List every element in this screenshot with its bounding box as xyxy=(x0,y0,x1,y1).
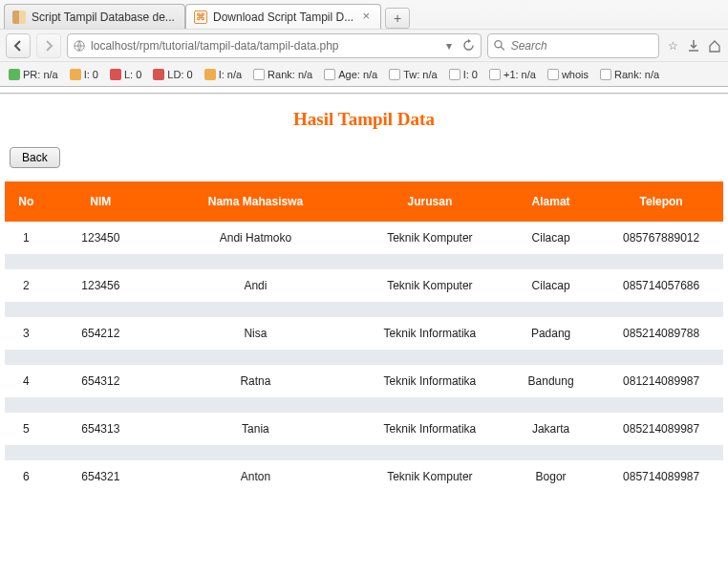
col-nama: Nama Mahasiswa xyxy=(154,181,357,222)
download-icon[interactable] xyxy=(686,38,701,53)
nav-toolbar: ▾ ☆ xyxy=(0,29,728,61)
table-row: 5654313TaniaTeknik InformatikaJakarta085… xyxy=(5,413,723,445)
bookmark-item[interactable]: Tw: n/a xyxy=(386,67,439,82)
bookmark-label: Rank: n/a xyxy=(268,69,312,80)
bookmark-item[interactable]: Age: n/a xyxy=(321,67,380,82)
back-nav-button[interactable] xyxy=(6,33,31,58)
reload-icon[interactable] xyxy=(461,38,475,53)
search-bar[interactable] xyxy=(487,33,659,58)
tab-1[interactable]: ⌘ Download Script Tampil D... × xyxy=(185,4,381,29)
cell-nim: 654313 xyxy=(48,413,154,445)
bookmark-item[interactable]: L: 0 xyxy=(107,67,144,82)
bookmark-icon xyxy=(600,69,611,80)
cell-telepon: 085214089987 xyxy=(599,413,723,445)
cell-no: 1 xyxy=(5,222,48,254)
book-icon xyxy=(12,11,26,24)
cell-no: 2 xyxy=(5,269,48,302)
bookmark-item[interactable]: I: 0 xyxy=(67,67,101,82)
bookmark-label: Age: n/a xyxy=(338,69,377,80)
cell-nama: Andi Hatmoko xyxy=(154,222,357,254)
cell-no: 6 xyxy=(5,460,48,493)
bookmark-label: I: 0 xyxy=(463,69,478,80)
bookmark-label: whois xyxy=(562,69,589,80)
table-row: 2123456AndiTeknik KomputerCilacap0857140… xyxy=(5,269,723,302)
row-gap xyxy=(5,397,723,413)
cell-jurusan: Teknik Informatika xyxy=(357,365,503,397)
new-tab-button[interactable]: + xyxy=(385,8,410,29)
cell-jurusan: Teknik Komputer xyxy=(357,222,503,254)
xampp-icon: ⌘ xyxy=(194,11,207,24)
col-alamat: Alamat xyxy=(503,181,599,222)
home-icon[interactable] xyxy=(707,38,722,53)
col-no: No xyxy=(5,181,48,222)
row-gap xyxy=(5,350,723,365)
row-gap xyxy=(5,445,723,460)
bookmark-icon xyxy=(9,69,20,80)
bookmark-item[interactable]: +1: n/a xyxy=(486,67,539,82)
table-body: 1123450Andi HatmokoTeknik KomputerCilaca… xyxy=(5,222,723,493)
cell-nim: 654212 xyxy=(48,317,154,350)
bookmark-icon xyxy=(547,69,559,80)
cell-telepon: 085714057686 xyxy=(599,269,723,302)
col-nim: NIM xyxy=(48,181,154,222)
browser-chrome: Script Tampil Database de... ⌘ Download … xyxy=(0,0,728,87)
bookmark-icon xyxy=(253,69,265,80)
bookmark-icon xyxy=(449,69,460,80)
bookmark-icon xyxy=(389,69,400,80)
bookmark-item[interactable]: LD: 0 xyxy=(150,67,195,82)
bookmark-item[interactable]: Rank: n/a xyxy=(597,67,662,82)
tab-0[interactable]: Script Tampil Database de... xyxy=(4,4,185,29)
cell-nama: Tania xyxy=(154,413,357,445)
bookmark-item[interactable]: I: n/a xyxy=(202,67,245,82)
bookmark-label: L: 0 xyxy=(124,69,141,80)
back-button[interactable]: Back xyxy=(10,147,60,168)
dropdown-icon[interactable]: ▾ xyxy=(442,38,456,53)
cell-nama: Ratna xyxy=(154,365,357,397)
col-jurusan: Jurusan xyxy=(357,181,503,222)
url-bar[interactable]: ▾ xyxy=(67,33,482,58)
arrow-right-icon xyxy=(43,40,54,52)
cell-alamat: Bogor xyxy=(503,460,599,493)
tab-strip: Script Tampil Database de... ⌘ Download … xyxy=(0,0,728,29)
svg-point-1 xyxy=(495,41,502,48)
bookmark-item[interactable]: whois xyxy=(545,67,591,82)
cell-telepon: 085767889012 xyxy=(599,222,723,254)
cell-alamat: Bandung xyxy=(503,365,599,397)
row-gap xyxy=(5,302,723,317)
cell-nama: Andi xyxy=(154,269,357,302)
cell-telepon: 085214089788 xyxy=(599,317,723,350)
bookmark-label: Rank: n/a xyxy=(614,69,659,80)
cell-nim: 654321 xyxy=(48,460,154,493)
cell-alamat: Jakarta xyxy=(503,413,599,445)
bookmark-item[interactable]: I: 0 xyxy=(446,67,481,82)
bookmark-item[interactable]: PR: n/a xyxy=(6,67,61,82)
globe-icon xyxy=(74,39,85,53)
bookmark-icon xyxy=(204,69,216,80)
cell-no: 5 xyxy=(5,413,48,445)
cell-alamat: Cilacap xyxy=(503,269,599,302)
bookmark-item[interactable]: Rank: n/a xyxy=(250,67,315,82)
data-table: No NIM Nama Mahasiswa Jurusan Alamat Tel… xyxy=(5,181,723,493)
bookmark-label: LD: 0 xyxy=(167,69,192,80)
close-icon[interactable]: × xyxy=(359,11,373,24)
page-heading: Hasil Tampil Data xyxy=(0,109,728,130)
bookmark-label: +1: n/a xyxy=(503,69,536,80)
row-gap xyxy=(5,254,723,269)
cell-alamat: Padang xyxy=(503,317,599,350)
table-header: No NIM Nama Mahasiswa Jurusan Alamat Tel… xyxy=(5,181,723,222)
bookmark-icon xyxy=(153,69,164,80)
star-icon[interactable]: ☆ xyxy=(665,38,680,53)
tab-title: Download Script Tampil D... xyxy=(213,11,353,24)
cell-jurusan: Teknik Informatika xyxy=(357,317,503,350)
cell-nim: 123456 xyxy=(48,269,154,302)
cell-no: 3 xyxy=(5,317,48,350)
tab-title: Script Tampil Database de... xyxy=(32,11,177,24)
cell-alamat: Cilacap xyxy=(503,222,599,254)
forward-nav-button[interactable] xyxy=(36,33,61,58)
bookmark-label: PR: n/a xyxy=(23,69,58,80)
url-input[interactable] xyxy=(91,39,437,53)
cell-telepon: 085714089987 xyxy=(599,460,723,493)
bookmark-icon xyxy=(324,69,335,80)
cell-jurusan: Teknik Informatika xyxy=(357,413,503,445)
search-input[interactable] xyxy=(511,39,653,53)
